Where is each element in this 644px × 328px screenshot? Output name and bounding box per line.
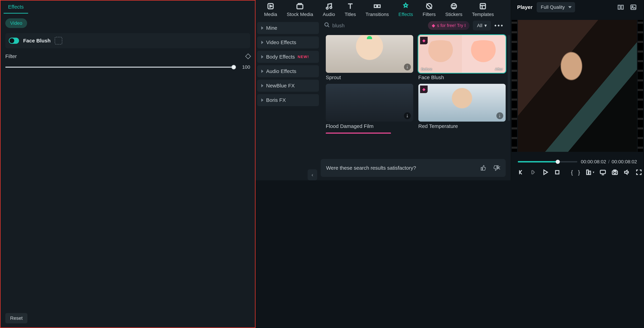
ratio-button[interactable]: ▾: [585, 168, 594, 177]
promo-pill[interactable]: s for free! Try I: [428, 21, 470, 30]
picture-icon[interactable]: [629, 3, 638, 12]
face-blush-toggle[interactable]: [9, 38, 19, 44]
keyframe-icon[interactable]: [245, 53, 251, 59]
close-icon[interactable]: ✕: [496, 165, 501, 171]
timecode: 00:00:08:02/00:00:08:02: [581, 159, 637, 165]
svg-line-18: [328, 26, 329, 27]
chevron-right-icon: [261, 70, 263, 73]
tab-media[interactable]: Media: [264, 2, 277, 17]
audio-icon: [324, 2, 334, 11]
filters-icon: [424, 2, 434, 11]
effect-label: Face Blush: [418, 75, 506, 80]
next-row-peek: [326, 132, 391, 134]
chevron-right-icon: [261, 55, 263, 59]
play-button[interactable]: [542, 168, 549, 177]
category-audio-effects[interactable]: Audio Effects: [257, 65, 319, 77]
svg-point-12: [452, 5, 453, 6]
svg-point-3: [326, 7, 328, 9]
effect-thumb[interactable]: ⭳: [326, 84, 413, 122]
svg-rect-19: [618, 5, 620, 9]
svg-rect-2: [297, 5, 303, 9]
category-mine[interactable]: Mine: [257, 22, 319, 34]
download-icon[interactable]: ⭳: [404, 64, 411, 70]
display-button[interactable]: [600, 168, 606, 177]
effect-thumb[interactable]: ◆⭳: [418, 84, 506, 122]
svg-marker-25: [544, 170, 548, 175]
thumbs-up-icon[interactable]: [479, 164, 488, 172]
effect-card-flood[interactable]: ⭳Flood Damaged Film: [326, 84, 413, 129]
chevron-down-icon: ▾: [484, 23, 487, 28]
prev-frame-button[interactable]: [518, 168, 525, 177]
effects-icon: [400, 2, 411, 11]
chevron-right-icon: [261, 41, 263, 44]
chevron-right-icon: [261, 98, 263, 102]
mark-out-button[interactable]: }: [578, 168, 580, 177]
more-menu[interactable]: •••: [494, 22, 504, 29]
snapshot-button[interactable]: [612, 168, 618, 177]
tab-effects[interactable]: Effects: [398, 2, 413, 17]
mark-in-button[interactable]: {: [571, 168, 573, 177]
feedback-bar: Were these search results satisfactory? …: [321, 159, 506, 177]
step-back-button[interactable]: [530, 168, 537, 177]
properties-tab-effects[interactable]: Effects: [4, 2, 28, 14]
tab-titles[interactable]: Titles: [345, 2, 356, 17]
effect-card-sprout[interactable]: ⭳Sprout: [326, 35, 413, 80]
tab-transitions[interactable]: Transitions: [366, 2, 389, 17]
filter-value: 100: [236, 64, 250, 70]
video-preview[interactable]: [518, 20, 637, 152]
mask-icon[interactable]: [55, 37, 62, 45]
effect-label: Sprout: [326, 75, 413, 80]
filter-slider[interactable]: [5, 67, 234, 68]
media-icon: [266, 2, 276, 11]
stock-icon: [295, 2, 305, 11]
svg-rect-26: [556, 171, 559, 174]
svg-point-32: [614, 171, 616, 174]
seek-slider[interactable]: [518, 161, 577, 162]
effect-thumb[interactable]: ◆BeforeAfter: [418, 35, 506, 73]
effect-name: Face Blush: [23, 38, 50, 44]
transitions-icon: [372, 2, 382, 11]
category-boris-fx[interactable]: Boris FX: [257, 94, 319, 106]
tab-audio[interactable]: Audio: [323, 2, 335, 17]
filter-label: Filter: [5, 53, 17, 59]
category-video-effects[interactable]: Video Effects: [257, 36, 319, 48]
fullscreen-button[interactable]: [636, 168, 642, 177]
svg-point-4: [330, 7, 332, 9]
video-pill[interactable]: Video: [5, 18, 27, 28]
quality-dropdown[interactable]: Full Quality: [537, 2, 575, 12]
reset-button[interactable]: Reset: [5, 313, 28, 323]
titles-icon: [345, 2, 356, 11]
download-icon[interactable]: ⭳: [496, 112, 503, 119]
properties-panel: Effects Video Face Blush Filter 100 Rese…: [0, 0, 256, 328]
category-newblue-fx[interactable]: NewBlue FX: [257, 80, 319, 92]
chevron-right-icon: [261, 26, 263, 30]
tab-templates[interactable]: Templates: [472, 2, 494, 17]
effects-scrollbar[interactable]: [508, 35, 510, 121]
svg-point-17: [325, 23, 328, 26]
svg-point-13: [454, 5, 455, 6]
search-input[interactable]: blush: [324, 22, 424, 29]
stop-button[interactable]: [554, 168, 561, 177]
svg-marker-34: [624, 170, 627, 174]
chevron-right-icon: [261, 84, 263, 87]
svg-rect-28: [589, 171, 590, 175]
effect-thumb[interactable]: ⭳: [326, 35, 413, 73]
effect-card-redtemp[interactable]: ◆⭳Red Temperature: [418, 84, 506, 129]
tab-filters[interactable]: Filters: [423, 2, 436, 17]
search-icon: [324, 22, 330, 29]
category-body-effects[interactable]: Body EffectsNEW!: [257, 51, 319, 63]
tab-stickers[interactable]: Stickers: [445, 2, 462, 17]
filter-dropdown[interactable]: All ▾: [473, 21, 491, 30]
gem-icon: ◆: [420, 86, 428, 93]
compare-view-icon[interactable]: [616, 3, 625, 12]
back-button[interactable]: ‹: [308, 169, 317, 180]
volume-button[interactable]: [624, 168, 630, 177]
svg-rect-27: [586, 170, 588, 175]
svg-rect-20: [621, 5, 623, 9]
tab-stock[interactable]: Stock Media: [287, 2, 313, 17]
svg-rect-21: [631, 5, 636, 10]
templates-icon: [478, 2, 488, 11]
new-badge: NEW!: [298, 55, 309, 59]
download-icon[interactable]: ⭳: [404, 112, 411, 119]
effect-card-faceblush[interactable]: ◆BeforeAfterFace Blush: [418, 35, 506, 80]
